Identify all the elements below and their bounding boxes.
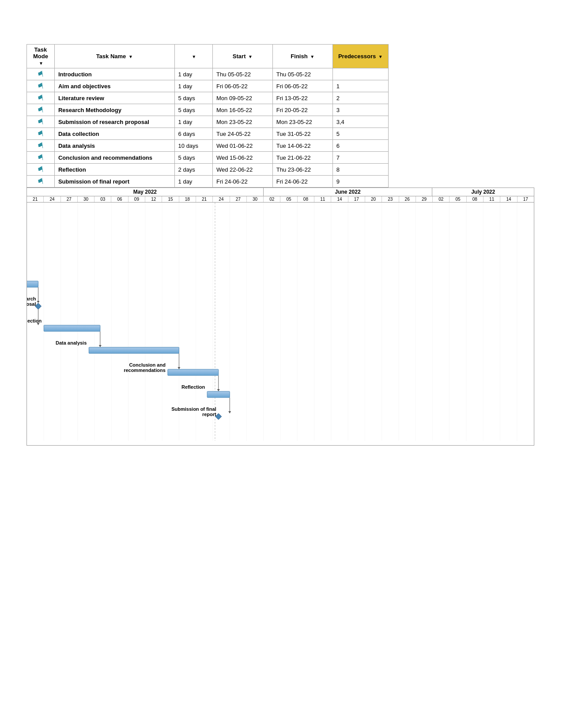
svg-marker-47 bbox=[37, 301, 40, 303]
svg-marker-65 bbox=[217, 389, 220, 391]
predecessors-cell: 5 bbox=[333, 128, 388, 140]
col-start[interactable]: Start ▼ bbox=[213, 45, 273, 68]
svg-rect-45 bbox=[27, 281, 38, 287]
svg-text:report: report bbox=[202, 412, 216, 417]
svg-marker-72 bbox=[215, 413, 222, 420]
duration-cell: 1 day bbox=[174, 116, 212, 128]
gantt-months-header: May 2022June 2022July 2022 bbox=[27, 188, 534, 196]
gantt-day-cell: 03 bbox=[94, 196, 111, 202]
finish-cell: Tue 21-06-22 bbox=[272, 152, 333, 164]
gantt-month-label: June 2022 bbox=[264, 188, 433, 196]
task-mode-cell: ⚑ bbox=[27, 116, 55, 128]
svg-rect-58 bbox=[89, 347, 179, 353]
finish-cell: Mon 23-05-22 bbox=[272, 116, 333, 128]
col-predecessors[interactable]: Predecessors ▼ bbox=[333, 45, 388, 68]
finish-cell: Fri 13-05-22 bbox=[272, 92, 333, 104]
gantt-day-cell: 02 bbox=[433, 196, 450, 202]
svg-text:Submission of final: Submission of final bbox=[171, 406, 216, 412]
task-name-cell: Research Methodology bbox=[54, 104, 174, 116]
task-mode-cell: ⚑ bbox=[27, 152, 55, 164]
task-mode-cell: ⚑ bbox=[27, 104, 55, 116]
gantt-day-cell: 11 bbox=[484, 196, 500, 202]
col-finish[interactable]: Finish ▼ bbox=[272, 45, 333, 68]
task-mode-cell: ⚑ bbox=[27, 68, 55, 80]
gantt-day-cell: 23 bbox=[382, 196, 399, 202]
task-name-cell: Aim and objectives bbox=[54, 80, 174, 92]
task-name-cell: Conclusion and recommendations bbox=[54, 152, 174, 164]
svg-rect-63 bbox=[168, 369, 219, 375]
start-cell: Wed 01-06-22 bbox=[213, 140, 273, 152]
start-cell: Wed 15-06-22 bbox=[213, 152, 273, 164]
task-mode-filter-arrow[interactable]: ▼ bbox=[39, 61, 43, 66]
table-row: ⚑Submission of research proposal1 dayMon… bbox=[27, 116, 389, 128]
gantt-table: TaskMode ▼ Task Name ▼ ▼ Start ▼ Finish … bbox=[26, 44, 389, 188]
gantt-day-cell: 14 bbox=[331, 196, 348, 202]
gantt-day-cell: 18 bbox=[179, 196, 196, 202]
svg-marker-56 bbox=[99, 345, 102, 347]
duration-cell: 1 day bbox=[174, 176, 212, 188]
predecessors-cell: 1 bbox=[333, 80, 388, 92]
gantt-day-cell: 30 bbox=[78, 196, 94, 202]
finish-cell: Fri 20-05-22 bbox=[272, 104, 333, 116]
col-task-name[interactable]: Task Name ▼ bbox=[54, 45, 174, 68]
gantt-day-cell: 17 bbox=[348, 196, 365, 202]
finish-cell: Thu 23-06-22 bbox=[272, 164, 333, 176]
gantt-day-cell: 11 bbox=[314, 196, 331, 202]
task-name-cell: Literature review bbox=[54, 92, 174, 104]
gantt-day-cell: 21 bbox=[196, 196, 213, 202]
duration-cell: 5 days bbox=[174, 104, 212, 116]
gantt-day-cell: 08 bbox=[467, 196, 484, 202]
finish-cell: Thu 05-05-22 bbox=[272, 68, 333, 80]
duration-cell: 5 days bbox=[174, 92, 212, 104]
svg-marker-69 bbox=[228, 411, 231, 413]
task-name-cell: Introduction bbox=[54, 68, 174, 80]
start-filter-arrow[interactable]: ▼ bbox=[248, 54, 253, 59]
gantt-chart-section: May 2022June 2022July 2022 2124273003060… bbox=[26, 188, 534, 446]
predecessors-cell: 3,4 bbox=[333, 116, 388, 128]
task-mode-cell: ⚑ bbox=[27, 140, 55, 152]
gantt-day-cell: 05 bbox=[280, 196, 297, 202]
gantt-visual-area: IntroductionAim and objectivesLiterature… bbox=[27, 203, 534, 445]
gantt-day-cell: 02 bbox=[264, 196, 280, 202]
col-duration[interactable]: ▼ bbox=[174, 45, 212, 68]
table-row: ⚑Introduction1 dayThu 05-05-22Thu 05-05-… bbox=[27, 68, 389, 80]
gantt-day-cell: 30 bbox=[247, 196, 264, 202]
finish-filter-arrow[interactable]: ▼ bbox=[310, 54, 314, 59]
duration-cell: 1 day bbox=[174, 80, 212, 92]
gantt-day-cell: 26 bbox=[399, 196, 416, 202]
duration-filter-arrow[interactable]: ▼ bbox=[192, 54, 196, 59]
task-name-cell: Data collection bbox=[54, 128, 174, 140]
task-name-filter-arrow[interactable]: ▼ bbox=[128, 54, 133, 59]
table-row: ⚑Conclusion and recommendations5 daysWed… bbox=[27, 152, 389, 164]
start-cell: Mon 16-05-22 bbox=[213, 104, 273, 116]
start-cell: Fri 24-06-22 bbox=[213, 176, 273, 188]
gantt-day-cell: 17 bbox=[518, 196, 534, 202]
svg-text:Reflection: Reflection bbox=[181, 384, 205, 390]
col-task-mode[interactable]: TaskMode ▼ bbox=[27, 45, 55, 68]
gantt-day-cell: 09 bbox=[128, 196, 145, 202]
table-row: ⚑Data analysis10 daysWed 01-06-22Tue 14-… bbox=[27, 140, 389, 152]
table-row: ⚑Literature review5 daysMon 09-05-22Fri … bbox=[27, 92, 389, 104]
gantt-day-cell: 12 bbox=[145, 196, 162, 202]
predecessors-cell: 3 bbox=[333, 104, 388, 116]
start-cell: Mon 23-05-22 bbox=[213, 116, 273, 128]
svg-marker-60 bbox=[178, 367, 180, 369]
task-mode-cell: ⚑ bbox=[27, 128, 55, 140]
gantt-day-cell: 08 bbox=[298, 196, 314, 202]
start-cell: Mon 09-05-22 bbox=[213, 92, 273, 104]
predecessors-filter-arrow[interactable]: ▼ bbox=[378, 54, 383, 59]
duration-cell: 6 days bbox=[174, 128, 212, 140]
svg-rect-67 bbox=[207, 391, 230, 398]
gantt-day-cell: 14 bbox=[500, 196, 517, 202]
svg-text:proposal: proposal bbox=[27, 301, 36, 307]
finish-cell: Tue 14-06-22 bbox=[272, 140, 333, 152]
gantt-day-cell: 24 bbox=[213, 196, 230, 202]
task-name-cell: Reflection bbox=[54, 164, 174, 176]
svg-rect-54 bbox=[44, 325, 100, 331]
finish-cell: Tue 31-05-22 bbox=[272, 128, 333, 140]
gantt-day-cell: 27 bbox=[61, 196, 78, 202]
gantt-day-cell: 20 bbox=[365, 196, 382, 202]
start-cell: Fri 06-05-22 bbox=[213, 80, 273, 92]
task-mode-cell: ⚑ bbox=[27, 92, 55, 104]
predecessors-cell: 2 bbox=[333, 92, 388, 104]
